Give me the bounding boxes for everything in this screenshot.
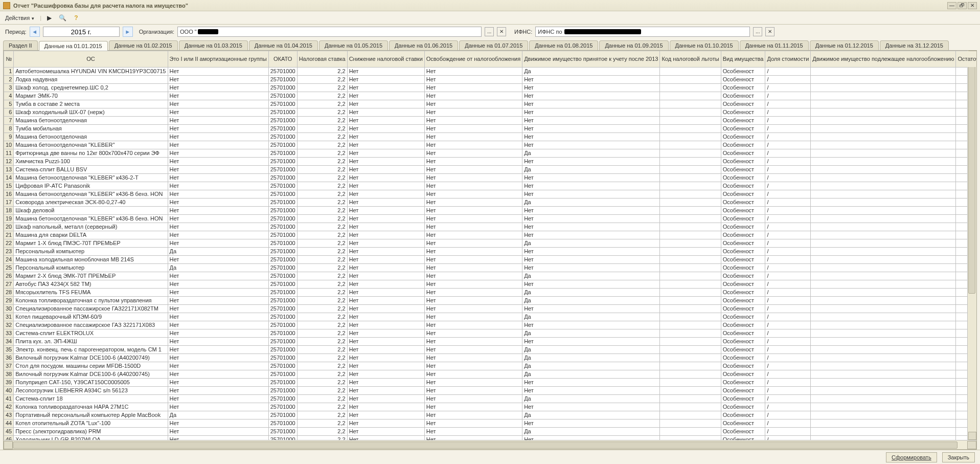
table-row[interactable]: 7Машина бетоноотделочнаяНет257010002,2Не… xyxy=(4,117,977,125)
table-row[interactable]: 8Тумба мобильнаяНет257010002,2НетНетНетО… xyxy=(4,125,977,133)
ifns-select-button[interactable]: ... xyxy=(753,27,762,36)
table-row[interactable]: 46Холодильник LD-GR-B207WLQAНет257010002… xyxy=(4,436,977,440)
scroll-down-button[interactable] xyxy=(968,432,976,440)
table-row[interactable]: 20Шкаф напольный, металл (серверный)Нет2… xyxy=(4,223,977,231)
table-row[interactable]: 25Персональный компьютерДа257010002,2Нет… xyxy=(4,264,977,272)
horizontal-scrollbar[interactable] xyxy=(4,440,976,449)
table-row[interactable]: 28Мясорыхлитель TFS FEUMAНет257010002,2Н… xyxy=(4,289,977,297)
col-num[interactable]: № xyxy=(4,51,14,68)
tab-1[interactable]: Данные на 01.01.2015 xyxy=(39,41,108,51)
org-input[interactable]: ООО " xyxy=(177,27,482,37)
tab-12[interactable]: Данные на 01.12.2015 xyxy=(810,40,879,50)
toolbar: Действия▼ | ▶ 🔍 ? xyxy=(0,11,980,25)
tab-5[interactable]: Данные на 01.05.2015 xyxy=(319,40,388,50)
table-row[interactable]: 31Котел пищеварочный КПЭМ-60/9Нет2570100… xyxy=(4,313,977,321)
table-row[interactable]: 45Пресс (электрогидравлика) PRMНет257010… xyxy=(4,428,977,436)
col-dolya[interactable]: Доля стоимости xyxy=(765,51,811,68)
table-row[interactable]: 44Котел отопительный ZOTA "Lux"-100Нет25… xyxy=(4,419,977,428)
table-row[interactable]: 16Машина бетоноотделочная "KLEBER" к436-… xyxy=(4,190,977,198)
period-next-button[interactable]: ► xyxy=(123,27,133,37)
table-row[interactable]: 4Мармит ЭМК-70Нет257010002,2НетНетНетОсо… xyxy=(4,92,977,100)
table-row[interactable]: 22Мармит 1-Х блюд ПМЭС-70Т ПРЕМЬЕРНет257… xyxy=(4,239,977,248)
scroll-left-button[interactable] xyxy=(4,441,13,449)
table-row[interactable]: 21Машина для сварки DELTAНет257010002,2Н… xyxy=(4,231,977,239)
table-row[interactable]: 2Лодка надувнаяНет257010002,2НетНетНетОс… xyxy=(4,76,977,84)
col-os[interactable]: ОС xyxy=(14,51,168,68)
table-row[interactable]: 30Специализированное пассажирское ГАЗ221… xyxy=(4,305,977,313)
table-row[interactable]: 23Персональный компьютерДа257010002,2Нет… xyxy=(4,248,977,256)
table-row[interactable]: 40Лесопогрузчик LIEBHERR A934C s/n 56123… xyxy=(4,387,977,395)
play-icon[interactable]: ▶ xyxy=(44,13,55,23)
table-row[interactable]: 35Электр. конвекц. печь с парогенераторо… xyxy=(4,346,977,354)
org-clear-button[interactable]: ✕ xyxy=(497,27,506,36)
help-icon[interactable]: ? xyxy=(71,13,81,23)
period-input[interactable] xyxy=(43,27,120,37)
tab-4[interactable]: Данные на 01.04.2015 xyxy=(249,40,318,50)
table-row[interactable]: 14Машина бетоноотделочная "KLEBER" к436-… xyxy=(4,174,977,182)
scroll-thumb[interactable] xyxy=(968,60,975,294)
table-row[interactable]: 9Машина бетоноотделочнаяНет257010002,2Не… xyxy=(4,133,977,141)
table-row[interactable]: 24Машина холодильная моноблочная МВ 214S… xyxy=(4,256,977,264)
table-row[interactable]: 6Шкаф холодильный ШХ-07 (нерж)Нет2570100… xyxy=(4,108,977,117)
table-row[interactable]: 19Машина бетоноотделочная "KLEBER" к436-… xyxy=(4,215,977,223)
col-ost[interactable]: Остаточная стоимость xyxy=(956,51,976,68)
table-row[interactable]: 38Вилочный погрузчик Kalmar DCE100-6 (А4… xyxy=(4,370,977,379)
period-prev-button[interactable]: ◄ xyxy=(30,27,40,37)
table-row[interactable]: 5Тумба в составе 2 местаНет257010002,2Не… xyxy=(4,100,977,108)
tab-9[interactable]: Данные на 01.09.2015 xyxy=(599,40,668,50)
tab-2[interactable]: Данные на 01.02.2015 xyxy=(109,40,178,50)
scroll-right-button[interactable] xyxy=(967,441,976,449)
tab-3[interactable]: Данные на 01.03.2015 xyxy=(179,40,248,50)
maximize-button[interactable]: 🗗 xyxy=(958,2,967,9)
vertical-scrollbar[interactable] xyxy=(967,51,976,440)
table-row[interactable]: 43Портативный персональный компьютер App… xyxy=(4,411,977,419)
ifns-input[interactable]: ИФНС по xyxy=(535,27,750,37)
ifns-clear-button[interactable]: ✕ xyxy=(765,27,774,36)
tab-8[interactable]: Данные на 01.08.2015 xyxy=(529,40,598,50)
table-row[interactable]: 32Специализированное пассажирское ГАЗ 32… xyxy=(4,321,977,329)
table-row[interactable]: 34Плита кух. эл. ЭП-4ЖШНет257010002,2Нет… xyxy=(4,338,977,346)
table-row[interactable]: 15Цифровая IP-АТС PanasonikНет257010002,… xyxy=(4,182,977,190)
close-button[interactable]: ✕ xyxy=(968,2,977,9)
col-grp[interactable]: Это I или II амортизационные группы xyxy=(168,51,268,68)
table-row[interactable]: 36Вилочный погрузчик Kalmar DCE100-6 (А4… xyxy=(4,354,977,362)
table-row[interactable]: 29Колонка топливораздаточная с пультом у… xyxy=(4,297,977,305)
table-row[interactable]: 1Автобетономешалка HYUNDAI VIN KMCDH19YP… xyxy=(4,68,977,76)
tab-7[interactable]: Данные на 01.07.2015 xyxy=(459,40,528,50)
col-osvob[interactable]: Освобождение от налогообложения xyxy=(424,51,522,68)
table-row[interactable]: 18Шкаф деловойНет257010002,2НетНетНетОсо… xyxy=(4,207,977,215)
col-podl[interactable]: Движимое имущество подлежащее налогообло… xyxy=(811,51,956,68)
tab-11[interactable]: Данные на 01.11.2015 xyxy=(740,40,809,50)
table-row[interactable]: 26Мармит 2-Х блюд ЭМК-70Т ПРЕМЬЕРНет2570… xyxy=(4,272,977,280)
table-row[interactable]: 27Автобус ПАЗ 4234(Х 582 ТМ)Нет257010002… xyxy=(4,280,977,289)
table-row[interactable]: 37Стол для посудом. машины серии MFDB-15… xyxy=(4,362,977,370)
org-label: Организация: xyxy=(139,29,174,35)
col-sniz[interactable]: Снижение налоговой ставки xyxy=(347,51,424,68)
minimize-button[interactable]: — xyxy=(947,2,956,9)
hscroll-thumb[interactable] xyxy=(13,441,958,449)
tab-0[interactable]: Раздел II xyxy=(3,40,38,50)
table-row[interactable]: 13Система-сплит BALLU BSVНет257010002,2Н… xyxy=(4,166,977,174)
form-button[interactable]: Сформировать xyxy=(886,452,937,462)
table-row[interactable]: 11Фритюрница две ванны по 12кг 800х700х4… xyxy=(4,149,977,158)
table-row[interactable]: 3Шкаф холод. среднетемпер.ШС 0,2Нет25701… xyxy=(4,84,977,92)
table-row[interactable]: 12Химчистка Puzzi-100Нет257010002,2НетНе… xyxy=(4,158,977,166)
org-select-button[interactable]: ... xyxy=(485,27,494,36)
table-row[interactable]: 41Система-сплит 18Нет257010002,2НетНетДа… xyxy=(4,395,977,403)
actions-menu[interactable]: Действия▼ xyxy=(3,14,37,22)
tab-13[interactable]: Данные на 31.12.2015 xyxy=(880,40,949,50)
table-row[interactable]: 17Сковорода электрическая ЭСК-80-0,27-40… xyxy=(4,198,977,207)
col-vid[interactable]: Вид имущества xyxy=(721,51,765,68)
table-row[interactable]: 10Машина бетоноотделочная "KLEBER"Нет257… xyxy=(4,141,977,149)
col-stavka[interactable]: Налоговая ставка xyxy=(297,51,347,68)
col-okato[interactable]: ОКАТО xyxy=(268,51,297,68)
table-row[interactable]: 33Система-сплит ELEKTROLUXНет257010002,2… xyxy=(4,329,977,338)
table-row[interactable]: 42Колонка топливораздаточная НАРА 27М1СН… xyxy=(4,403,977,411)
table-row[interactable]: 39Полуприцеп CAT-150, Y39CAT150C0005005Н… xyxy=(4,379,977,387)
close-report-button[interactable]: Закрыть xyxy=(942,452,975,462)
col-dvizh[interactable]: Движимое имущество принятое к учету посл… xyxy=(522,51,660,68)
tab-6[interactable]: Данные на 01.06.2015 xyxy=(389,40,458,50)
col-kod[interactable]: Код налоговой льготы xyxy=(660,51,721,68)
tab-10[interactable]: Данные на 01.10.2015 xyxy=(670,40,739,50)
lens-icon[interactable]: 🔍 xyxy=(58,13,68,23)
